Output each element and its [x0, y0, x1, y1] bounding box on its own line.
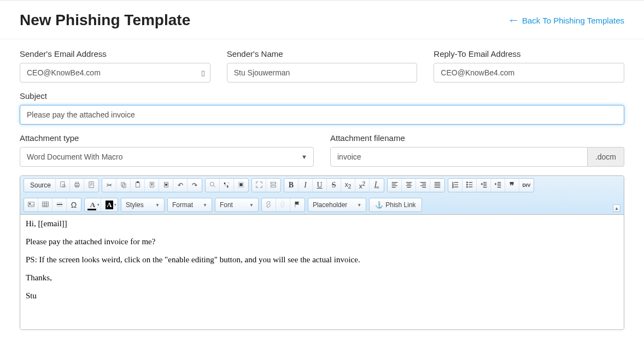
svg-point-1: [62, 184, 65, 187]
svg-rect-5: [89, 181, 93, 187]
print-button[interactable]: [70, 179, 84, 192]
paste-text-button[interactable]: T: [145, 179, 159, 192]
align-center-button[interactable]: [402, 179, 416, 192]
sender-name-label: Sender's Name: [227, 49, 418, 58]
quote-icon: ❞: [510, 180, 514, 191]
svg-rect-7: [122, 184, 126, 187]
chevron-down-icon: ▾: [97, 203, 99, 207]
align-justify-button[interactable]: [430, 179, 444, 192]
attachment-type-select[interactable]: [20, 147, 314, 167]
attachment-filename-input[interactable]: [330, 147, 588, 167]
align-justify-icon: [434, 181, 441, 190]
editor-body[interactable]: Hi, [[email]] Please pay the attached in…: [20, 215, 624, 330]
search-icon: [209, 181, 216, 190]
subject-input[interactable]: [20, 105, 624, 125]
align-left-icon: [391, 181, 399, 190]
clipboard-word-icon: W: [162, 181, 170, 190]
subject-label: Subject: [20, 91, 624, 101]
subscript-button[interactable]: x2: [341, 179, 355, 192]
format-combo[interactable]: Format ▼: [167, 198, 212, 212]
chevron-down-icon: ▼: [155, 203, 160, 208]
image-icon: [27, 201, 35, 210]
styles-combo[interactable]: Styles ▼: [121, 198, 165, 212]
back-to-templates-link[interactable]: 🡐 Back To Phishing Templates: [510, 16, 624, 25]
phish-link-button[interactable]: ⚓ Phish Link: [370, 198, 421, 211]
replace-icon: ab: [223, 181, 231, 190]
undo-button[interactable]: ↶: [173, 179, 188, 192]
redo-button[interactable]: ↷: [188, 179, 202, 192]
svg-rect-19: [271, 182, 276, 184]
expand-icon: [255, 181, 263, 190]
preview-button[interactable]: [56, 179, 70, 192]
link-icon: [265, 201, 272, 210]
align-left-button[interactable]: [388, 179, 402, 192]
placeholder-combo[interactable]: Placeholder ▼: [308, 198, 366, 212]
image-button[interactable]: [24, 198, 38, 211]
text-color-icon: A: [90, 201, 95, 209]
italic-icon: I: [304, 181, 307, 190]
templates-button[interactable]: [84, 179, 98, 192]
maximize-button[interactable]: [252, 179, 266, 192]
align-right-icon: [419, 181, 427, 190]
omega-icon: Ω: [71, 201, 77, 209]
undo-icon: ↶: [178, 181, 183, 189]
unlink-icon: [279, 201, 286, 210]
text-color-button[interactable]: A ▾: [85, 198, 101, 211]
reply-to-input[interactable]: [434, 63, 624, 83]
copy-button[interactable]: [116, 179, 131, 192]
table-button[interactable]: [38, 198, 52, 211]
page-title: New Phishing Template: [20, 11, 190, 29]
cut-button[interactable]: ✂: [102, 179, 116, 192]
link-button[interactable]: [262, 198, 276, 211]
attachment-filename-label: Attachment filename: [330, 133, 624, 143]
svg-text:b: b: [227, 185, 229, 187]
toolbar-collapse-button[interactable]: ▲: [613, 204, 620, 212]
svg-point-14: [210, 182, 214, 186]
triangle-up-icon: ▲: [614, 206, 619, 211]
unordered-list-icon: [466, 181, 473, 190]
blockquote-button[interactable]: ❞: [505, 179, 519, 192]
svg-rect-9: [137, 181, 139, 183]
bullet-list-button[interactable]: [462, 179, 477, 192]
outdent-button[interactable]: [477, 179, 491, 192]
source-button[interactable]: Source: [24, 179, 56, 192]
remove-format-button[interactable]: Ix: [370, 179, 384, 192]
strike-button[interactable]: S: [327, 179, 341, 192]
svg-text:W: W: [165, 184, 167, 186]
horizontal-rule-button[interactable]: [52, 198, 67, 211]
svg-rect-27: [28, 202, 34, 206]
anchor-button[interactable]: [290, 198, 305, 211]
unlink-button[interactable]: [276, 198, 290, 211]
redo-icon: ↷: [192, 181, 197, 189]
editor-paragraph: Hi, [[email]]: [26, 219, 618, 228]
bold-button[interactable]: B: [284, 179, 298, 192]
bg-color-button[interactable]: A ▾: [101, 198, 118, 211]
clipboard-icon: [134, 181, 142, 190]
blocks-icon: [270, 181, 277, 190]
div-container-button[interactable]: DIV: [519, 179, 534, 192]
find-button[interactable]: [206, 179, 220, 192]
show-blocks-button[interactable]: [266, 179, 280, 192]
sender-name-input[interactable]: [227, 63, 418, 83]
select-all-button[interactable]: [234, 179, 248, 192]
svg-text:3: 3: [452, 185, 454, 188]
sender-email-input[interactable]: [20, 63, 210, 83]
editor-paragraph: Stu: [26, 291, 618, 301]
special-char-button[interactable]: Ω: [67, 198, 81, 211]
template-icon: [87, 181, 95, 190]
font-combo[interactable]: Font ▼: [215, 198, 259, 212]
replace-button[interactable]: ab: [220, 179, 234, 192]
underline-button[interactable]: U: [313, 179, 327, 192]
attachment-extension-label: .docm: [588, 147, 624, 167]
paste-word-button[interactable]: W: [159, 179, 173, 192]
numbered-list-button[interactable]: 123: [448, 179, 462, 192]
strike-icon: S: [332, 181, 336, 190]
paste-button[interactable]: [131, 179, 145, 192]
scissors-icon: ✂: [107, 181, 112, 189]
svg-point-24: [466, 181, 467, 183]
italic-button[interactable]: I: [298, 179, 313, 192]
align-right-button[interactable]: [416, 179, 430, 192]
svg-point-25: [466, 184, 467, 185]
superscript-button[interactable]: x2: [355, 179, 370, 192]
indent-button[interactable]: [491, 179, 505, 192]
